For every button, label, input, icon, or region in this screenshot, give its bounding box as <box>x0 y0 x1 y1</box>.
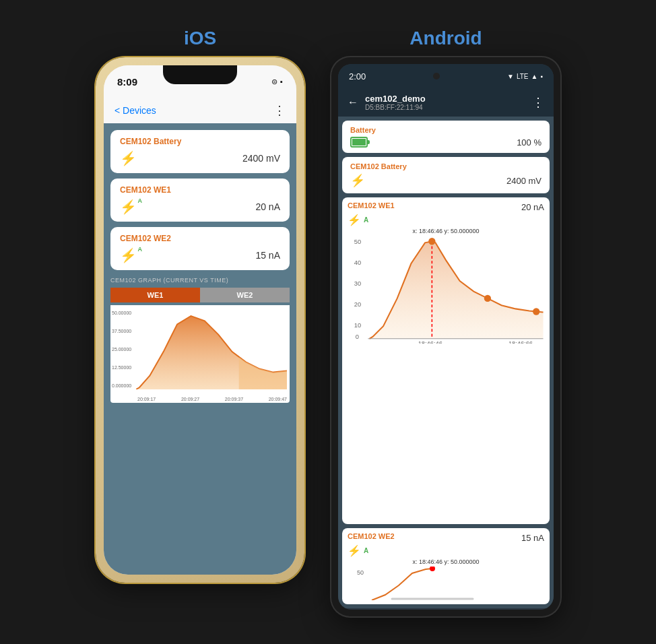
android-we1-header: CEM102 WE1 20 nA <box>348 201 544 212</box>
ios-battery-title: CEM102 Battery <box>120 137 280 146</box>
android-battery-pct-title: Battery <box>350 126 542 134</box>
ios-chart-svg <box>136 311 287 389</box>
android-battery-status: ▪ <box>540 73 543 80</box>
android-we2-chart-svg: 50 <box>348 567 544 600</box>
android-title: Android <box>409 28 482 49</box>
svg-text:18:46:46: 18:46:46 <box>418 340 442 344</box>
ios-card-battery[interactable]: CEM102 Battery ⚡ 2400 mV <box>110 130 290 173</box>
android-we1-title: CEM102 WE1 <box>348 201 395 210</box>
ios-we1-title: CEM102 WE1 <box>120 185 280 195</box>
android-nav-bar: ← cem102_demo D5:BB:FF:22:11:94 ⋮ <box>338 88 554 117</box>
svg-point-9 <box>533 308 539 315</box>
android-card-we1[interactable]: CEM102 WE1 20 nA ⚡ A x: 18:46:46 y: 50.0… <box>342 197 550 524</box>
android-we2-chart-partial: 50 <box>348 567 544 600</box>
ios-x-labels: 20:09:17 20:09:27 20:09:37 20:09:47 <box>137 397 287 401</box>
android-camera-dot <box>433 73 440 79</box>
android-we1-tooltip: x: 18:46:46 y: 50.000000 <box>348 228 544 234</box>
svg-text:10: 10 <box>354 322 361 329</box>
ios-we1-row: ⚡A 20 nA <box>120 199 280 215</box>
android-back-button[interactable]: ← <box>348 96 358 108</box>
ios-content: < Devices ⋮ CEM102 Battery ⚡ 2400 mV <box>104 98 296 575</box>
ios-battery-value: 2400 mV <box>242 153 280 164</box>
android-content: Battery 100 % CEM102 Battery ⚡ 2400 mV <box>338 117 554 608</box>
ios-x-label-1: 20:09:17 <box>137 397 156 401</box>
android-we2-value: 15 nA <box>521 533 544 543</box>
android-we1-lightning-icon: ⚡ <box>348 214 361 226</box>
android-cem-battery-lightning-icon: ⚡ <box>350 173 365 188</box>
android-phone: 2:00 ▼ LTE ▲ ▪ ← cem102_demo D5:BB:FF:22… <box>331 57 560 616</box>
ios-card-we1[interactable]: CEM102 WE1 ⚡A 20 nA <box>110 179 290 222</box>
ios-status-bar: 8:09 ⊜ ▪ <box>104 65 296 98</box>
ios-wifi-icon: ⊜ <box>271 77 277 86</box>
android-we1-value: 20 nA <box>521 202 544 212</box>
android-cem-battery-row: ⚡ 2400 mV <box>350 173 542 188</box>
android-battery-pct-row: 100 % <box>350 137 542 148</box>
main-container: iOS 8:09 ⊜ ▪ < Devices ⋮ <box>0 14 656 630</box>
android-card-we2[interactable]: CEM102 WE2 15 nA ⚡ A x: 18:46:46 y: 50.0… <box>342 528 550 604</box>
android-status-bar: 2:00 ▼ LTE ▲ ▪ <box>338 64 554 88</box>
ios-graph-title: CEM102 GRAPH (CURRENT VS TIME) <box>110 277 290 284</box>
android-we2-header: CEM102 WE2 15 nA <box>348 532 544 543</box>
ios-graph-section: CEM102 GRAPH (CURRENT VS TIME) WE1 WE2 5… <box>104 277 296 410</box>
ios-we2-value: 15 nA <box>255 250 280 261</box>
ios-x-label-2: 20:09:27 <box>181 397 199 401</box>
ios-we2-lightning-icon: ⚡A <box>120 247 137 263</box>
android-card-cem-battery[interactable]: CEM102 Battery ⚡ 2400 mV <box>342 157 550 193</box>
android-we2-lightning-icon: ⚡ <box>348 544 361 557</box>
android-lte-label: LTE <box>517 73 529 80</box>
ios-battery-row: ⚡ 2400 mV <box>120 150 280 166</box>
ios-time: 8:09 <box>117 76 137 88</box>
android-we1-chart-svg: 50 40 30 20 10 0 <box>348 236 544 344</box>
android-battery-pct-value: 100 % <box>517 137 542 148</box>
android-signal-bars: ▲ <box>531 73 538 80</box>
ios-tab-we2[interactable]: WE2 <box>200 288 290 302</box>
android-we2-a-label: A <box>364 547 368 554</box>
ios-y-label-2: 12.50000 <box>112 365 131 370</box>
svg-point-8 <box>484 295 491 302</box>
android-nav-title: cem102_demo D5:BB:FF:22:11:94 <box>365 94 532 111</box>
ios-back-button[interactable]: < Devices <box>114 105 156 116</box>
ios-we1-value: 20 nA <box>255 201 280 212</box>
ios-more-button[interactable]: ⋮ <box>273 103 286 118</box>
svg-point-14 <box>430 567 435 571</box>
android-signal-icon: ▼ <box>507 73 514 80</box>
ios-we2-title: CEM102 WE2 <box>120 234 280 243</box>
android-we1-chart: 50 40 30 20 10 0 <box>348 236 544 344</box>
svg-text:30: 30 <box>354 280 361 287</box>
android-status-icons: ▼ LTE ▲ ▪ <box>507 73 543 80</box>
ios-tab-we1[interactable]: WE1 <box>110 288 200 302</box>
android-nav-title-sub: D5:BB:FF:22:11:94 <box>365 104 532 111</box>
ios-nav-bar: < Devices ⋮ <box>104 98 296 123</box>
ios-section: iOS 8:09 ⊜ ▪ < Devices ⋮ <box>96 28 304 583</box>
android-we2-tooltip: x: 18:46:46 y: 50.000000 <box>348 558 544 565</box>
ios-notch <box>163 65 237 84</box>
ios-chart-area: 50.00000 37.50000 25.00000 12.50000 0.00… <box>110 305 290 403</box>
ios-title: iOS <box>184 28 216 49</box>
ios-graph-tabs: WE1 WE2 <box>110 288 290 302</box>
android-nav-title-main: cem102_demo <box>365 94 532 104</box>
android-we1-a-label: A <box>364 216 368 224</box>
ios-y-label-1: 0.000000 <box>112 383 131 388</box>
android-more-button[interactable]: ⋮ <box>532 95 544 110</box>
ios-we2-row: ⚡A 15 nA <box>120 247 280 263</box>
ios-y-labels: 50.00000 37.50000 25.00000 12.50000 0.00… <box>112 311 131 388</box>
svg-point-7 <box>428 238 435 245</box>
ios-y-label-3: 25.00000 <box>112 347 131 352</box>
android-cem-battery-value: 2400 mV <box>506 176 542 186</box>
android-section: Android 2:00 ▼ LTE ▲ ▪ ← <box>331 28 560 616</box>
android-card-battery-pct[interactable]: Battery 100 % <box>342 121 550 153</box>
ios-battery-lightning-icon: ⚡ <box>120 150 137 166</box>
android-phone-inner: 2:00 ▼ LTE ▲ ▪ ← cem102_demo D5:BB:FF:22… <box>338 64 554 610</box>
ios-status-icons: ⊜ ▪ <box>271 77 283 86</box>
ios-cards-area: CEM102 Battery ⚡ 2400 mV CEM102 WE1 <box>104 123 296 277</box>
svg-text:50: 50 <box>354 238 361 245</box>
ios-battery-icon: ▪ <box>280 77 283 86</box>
svg-text:20: 20 <box>354 301 361 308</box>
android-battery-icon <box>350 137 368 148</box>
ios-x-label-4: 20:09:47 <box>269 397 287 401</box>
svg-text:0: 0 <box>356 333 359 340</box>
ios-card-we2[interactable]: CEM102 WE2 ⚡A 15 nA <box>110 227 290 270</box>
ios-we1-lightning-icon: ⚡A <box>120 199 137 215</box>
ios-phone: 8:09 ⊜ ▪ < Devices ⋮ <box>96 57 304 583</box>
android-cem-battery-title: CEM102 Battery <box>350 162 542 170</box>
